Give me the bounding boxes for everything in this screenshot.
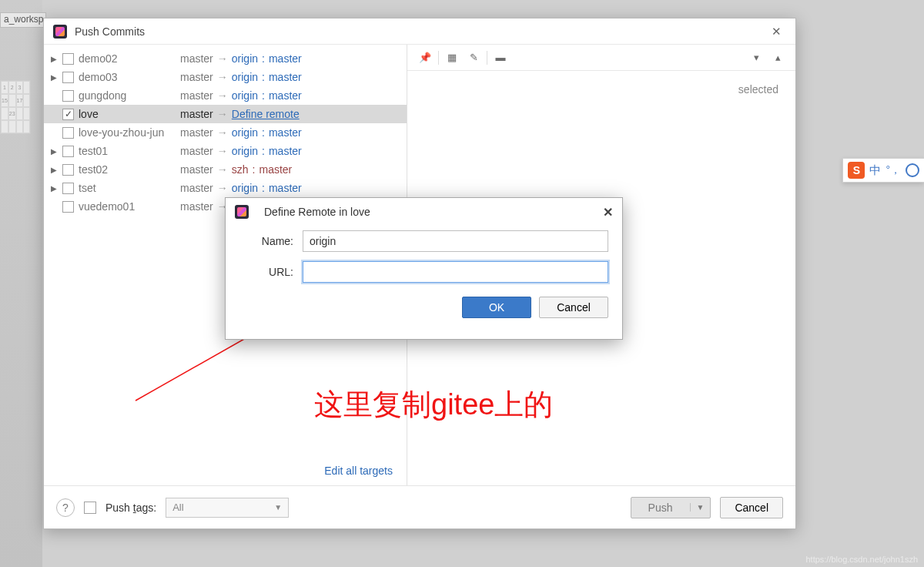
background-tab: a_worksp: [0, 12, 46, 28]
repo-name: test01: [79, 145, 180, 157]
cancel-button[interactable]: Cancel: [720, 497, 783, 518]
local-branch: master: [180, 71, 213, 83]
repo-row[interactable]: gungdongmaster→origin:master: [44, 86, 407, 105]
ime-punct[interactable]: °，: [886, 163, 901, 177]
remote-branch[interactable]: master: [269, 71, 302, 83]
edit-icon[interactable]: ✎: [465, 49, 482, 66]
remote-name[interactable]: origin: [232, 52, 258, 65]
local-branch: master: [180, 52, 213, 65]
background-calendar: 123151723: [0, 80, 31, 134]
dialog-title: Push Commits: [75, 25, 145, 38]
separator: [487, 51, 487, 65]
intellij-icon: [235, 205, 249, 219]
repo-row[interactable]: ▶tsetmaster→origin:master: [44, 179, 407, 197]
chevron-down-icon[interactable]: ▼: [690, 503, 711, 512]
push-tags-select[interactable]: All ▼: [166, 498, 289, 518]
define-dialog-title: Define Remote in love: [264, 206, 370, 218]
define-remote-link[interactable]: Define remote: [232, 108, 300, 120]
tree-arrow-icon[interactable]: ▶: [49, 147, 59, 156]
repo-checkbox[interactable]: [62, 53, 74, 65]
grid-icon[interactable]: ▦: [444, 49, 460, 66]
arrow-icon: →: [217, 182, 228, 194]
close-icon[interactable]: ✕: [766, 22, 786, 42]
ok-button[interactable]: OK: [462, 297, 531, 318]
tree-arrow-icon[interactable]: ▶: [49, 73, 59, 82]
title-bar: Push Commits ✕: [44, 18, 795, 45]
repo-row[interactable]: ▶demo03master→origin:master: [44, 68, 407, 86]
save-icon[interactable]: ▬: [492, 49, 509, 66]
repo-checkbox[interactable]: [62, 164, 74, 176]
repo-row[interactable]: lovemaster→Define remote: [44, 105, 407, 123]
name-input[interactable]: [303, 230, 608, 252]
remote-branch[interactable]: master: [269, 52, 302, 65]
repo-row[interactable]: love-you-zhou-junmaster→origin:master: [44, 123, 407, 142]
repo-name: love-you-zhou-jun: [79, 126, 180, 139]
branch-info: master→szh:master: [180, 163, 292, 176]
name-label: Name:: [239, 235, 293, 247]
colon: :: [262, 89, 265, 102]
arrow-icon: →: [217, 89, 228, 102]
tree-arrow-icon[interactable]: ▶: [49, 184, 59, 193]
arrow-icon: →: [217, 126, 228, 139]
sogou-icon[interactable]: S: [848, 162, 865, 179]
pin-icon[interactable]: 📌: [417, 49, 434, 66]
ok-label: OK: [489, 301, 504, 314]
repo-name: demo03: [79, 71, 180, 83]
colon: :: [262, 52, 265, 65]
cancel-label: Cancel: [557, 301, 591, 314]
watermark: https://blog.csdn.net/john1szh: [805, 555, 918, 564]
branch-info: master→origin:master: [180, 89, 302, 102]
branch-info: master→origin:master: [180, 71, 302, 83]
push-tags-label: Push tags:: [105, 502, 156, 514]
repo-checkbox[interactable]: [62, 109, 74, 120]
collapse-icon[interactable]: ▾: [748, 49, 765, 66]
repo-row[interactable]: ▶test02master→szh:master: [44, 160, 407, 179]
push-button[interactable]: Push ▼: [631, 497, 711, 518]
repo-checkbox[interactable]: [62, 183, 74, 194]
remote-branch[interactable]: master: [269, 182, 302, 194]
remote-name[interactable]: origin: [232, 145, 258, 157]
remote-branch[interactable]: master: [269, 126, 302, 139]
ime-lang[interactable]: 中: [869, 163, 881, 178]
remote-branch[interactable]: master: [269, 89, 302, 102]
name-row: Name:: [226, 226, 622, 257]
help-icon[interactable]: ?: [56, 498, 75, 517]
expand-icon[interactable]: ▴: [769, 49, 786, 66]
repo-checkbox[interactable]: [62, 72, 74, 83]
remote-name[interactable]: origin: [232, 126, 258, 139]
emoji-icon[interactable]: [906, 163, 919, 177]
remote-name[interactable]: origin: [232, 182, 258, 194]
remote-name[interactable]: origin: [232, 89, 258, 102]
edit-all-targets-link[interactable]: Edit all targets: [324, 465, 393, 477]
remote-branch[interactable]: master: [269, 145, 302, 157]
colon: :: [253, 163, 256, 176]
colon: :: [262, 126, 265, 139]
repo-checkbox[interactable]: [62, 146, 74, 157]
no-commits-text: selected: [738, 83, 778, 96]
arrow-icon: →: [217, 145, 228, 157]
tree-arrow-icon[interactable]: ▶: [49, 55, 59, 63]
repo-row[interactable]: ▶test01master→origin:master: [44, 142, 407, 160]
repo-checkbox[interactable]: [62, 127, 74, 139]
remote-name[interactable]: origin: [232, 71, 258, 83]
colon: :: [262, 182, 265, 194]
remote-branch[interactable]: master: [259, 163, 292, 176]
repo-checkbox[interactable]: [62, 90, 74, 102]
define-footer: OK Cancel: [226, 287, 622, 327]
repo-checkbox[interactable]: [62, 201, 74, 213]
cancel-button[interactable]: Cancel: [539, 297, 608, 318]
push-tags-checkbox[interactable]: [84, 502, 96, 514]
url-label: URL:: [239, 266, 293, 278]
repo-row[interactable]: ▶demo02master→origin:master: [44, 49, 407, 68]
branch-info: master→origin:master: [180, 182, 302, 194]
tree-arrow-icon[interactable]: ▶: [49, 166, 59, 174]
close-icon[interactable]: ✕: [603, 205, 613, 220]
repo-name: gungdong: [79, 89, 180, 102]
url-input[interactable]: [303, 261, 608, 283]
chevron-down-icon: ▼: [274, 503, 282, 512]
repo-name: test02: [79, 163, 180, 176]
ime-toolbar[interactable]: S 中 °，: [842, 158, 924, 183]
colon: :: [262, 145, 265, 157]
local-branch: master: [180, 126, 213, 139]
remote-name[interactable]: szh: [232, 163, 249, 176]
